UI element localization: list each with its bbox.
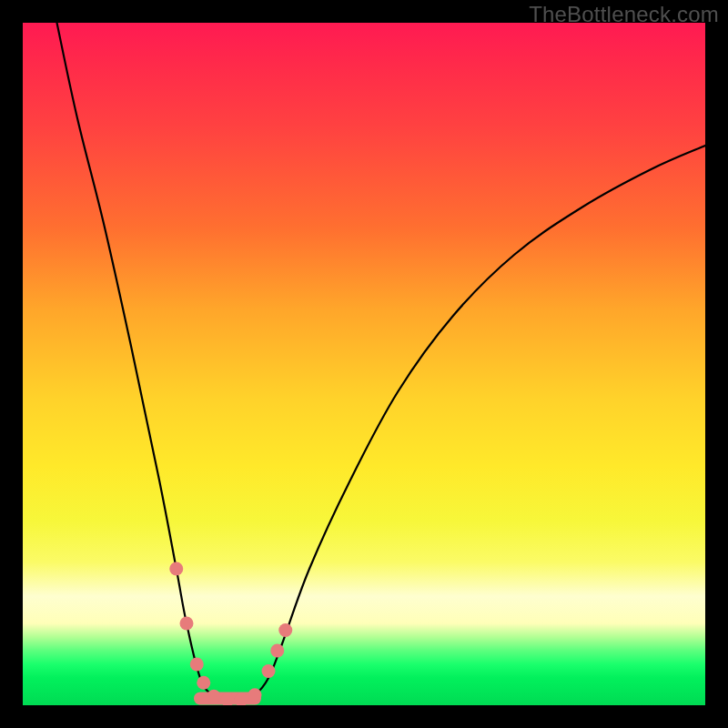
watermark-text: TheBottleneck.com: [529, 2, 719, 27]
chart-frame: TheBottleneck.com: [0, 0, 728, 728]
curve-marker: [169, 562, 183, 576]
curve-marker: [190, 658, 204, 672]
plot-area: [23, 23, 705, 705]
curve-marker: [207, 690, 221, 703]
curve-marker: [180, 617, 194, 631]
curve-marker: [248, 688, 262, 702]
curve-marker: [262, 664, 276, 678]
curve-marker: [278, 623, 292, 637]
chart-svg: [23, 23, 705, 705]
curve-marker: [197, 676, 210, 690]
curve-marker: [270, 644, 284, 658]
bottleneck-curve: [57, 23, 706, 701]
